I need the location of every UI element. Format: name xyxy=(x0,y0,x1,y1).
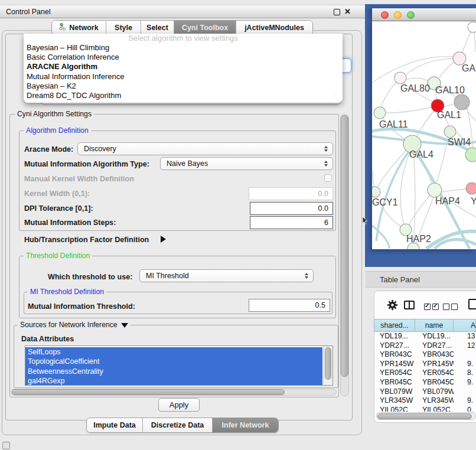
columns-icon[interactable] xyxy=(404,301,415,309)
hub-expand-icon[interactable] xyxy=(161,236,166,243)
algorithm-menu-item[interactable]: Mutual Information Inference xyxy=(24,72,343,81)
network-edge[interactable] xyxy=(406,58,459,74)
attribute-list-item[interactable]: BetweennessCentrality xyxy=(25,367,322,376)
mi-steps-field[interactable]: 6 xyxy=(250,216,333,229)
algorithm-menu-item[interactable]: Bayesian – Hill Climbing xyxy=(24,43,343,53)
table-row[interactable]: YPR145WYPR145W9. xyxy=(374,360,476,369)
gear-icon[interactable] xyxy=(387,299,398,313)
network-node-label: GAL1 xyxy=(437,110,461,120)
network-edge[interactable] xyxy=(441,189,467,192)
tab-style[interactable]: Style xyxy=(106,21,141,35)
network-node-label: GAL xyxy=(462,63,476,73)
mi-threshold-group-title: MI Threshold Definition xyxy=(28,288,106,296)
mi-threshold-field[interactable]: 0.5 xyxy=(249,299,330,312)
network-node[interactable] xyxy=(395,72,406,84)
aracne-mode-combo[interactable]: Discovery xyxy=(77,142,333,155)
collapsed-panel-icon[interactable] xyxy=(2,442,10,449)
attribute-list-item[interactable]: gal4RGexp xyxy=(25,376,322,386)
zoom-traffic-light[interactable] xyxy=(407,11,415,19)
network-node-label: GAL80 xyxy=(400,83,430,93)
apply-button-label: Apply xyxy=(169,400,189,409)
which-threshold-label: Which threshold to use: xyxy=(48,273,132,281)
table-row[interactable]: YBR043CYBR043C xyxy=(374,350,476,360)
network-icon xyxy=(59,23,69,32)
tab-label: Network xyxy=(69,24,98,32)
network-edge[interactable] xyxy=(405,78,429,81)
kernel-width-field[interactable]: 0.0 xyxy=(249,187,333,200)
table-row[interactable]: YBL079WYBL079W xyxy=(374,387,476,397)
table-header-name[interactable]: name xyxy=(415,319,454,332)
minimize-traffic-light[interactable] xyxy=(394,11,402,19)
bottom-tab-discretize-data[interactable]: Discretize Data xyxy=(142,418,212,432)
network-node[interactable] xyxy=(454,94,470,110)
table-row[interactable]: YIL052CYIL052C0. xyxy=(374,406,476,412)
network-edge[interactable] xyxy=(385,106,438,113)
aracne-mode-label: Aracne Mode: xyxy=(24,145,73,154)
network-node-label: GCY1 xyxy=(372,197,398,207)
which-threshold-value: MI Threshold xyxy=(146,272,189,280)
network-node[interactable] xyxy=(374,107,386,119)
tab-network[interactable]: Network xyxy=(52,21,106,35)
dpi-tolerance-label: DPI Tolerance [0,1]: xyxy=(24,204,93,213)
attribute-list[interactable]: SelfLoopsTopologicalCoefficientBetweenne… xyxy=(25,345,333,386)
dpi-tolerance-field[interactable]: 0.0 xyxy=(250,202,333,215)
algorithm-menu-item[interactable]: Dream8 DC_TDC Algorithm xyxy=(24,91,343,100)
combo-arrows-icon xyxy=(324,161,328,167)
network-node-label: Y xyxy=(471,196,476,206)
unselect-all-columns-icon[interactable] xyxy=(443,302,458,312)
algorithm-menu-item[interactable]: Bayesian – K2 xyxy=(24,81,343,91)
network-node[interactable] xyxy=(444,126,456,138)
network-node[interactable] xyxy=(465,148,476,162)
bottom-tab-infer-network[interactable]: Infer Network xyxy=(212,418,278,432)
close-traffic-light[interactable] xyxy=(381,11,389,19)
table-row[interactable]: YDL19...YDL19...13 xyxy=(374,332,476,341)
manual-kernel-checkbox[interactable] xyxy=(324,174,332,182)
control-panel-titlebar xyxy=(0,5,366,18)
table-header-shared-name[interactable]: shared... xyxy=(374,319,415,332)
table-row[interactable]: YLR345WYLR345W9. xyxy=(374,396,476,406)
apply-button[interactable]: Apply xyxy=(158,398,200,412)
kernel-width-label: Kernel Width (0,1): xyxy=(24,190,90,198)
page-icon[interactable] xyxy=(468,299,476,309)
table-hscrollbar-thumb[interactable] xyxy=(377,413,472,419)
close-icon[interactable]: ✕ xyxy=(344,7,351,16)
collapse-icon[interactable] xyxy=(121,323,128,328)
settings-vscrollbar-thumb[interactable] xyxy=(341,115,348,377)
mi-type-combo[interactable]: Naive Bayes xyxy=(160,157,333,170)
mi-type-label: Mutual Information Algorithm Type: xyxy=(24,160,149,168)
attribute-list-item[interactable]: SelfLoops xyxy=(25,347,322,357)
algorithm-menu-item[interactable]: ARACNE Algorithm xyxy=(24,62,343,71)
attribute-list-item[interactable]: TopologicalCoefficient xyxy=(25,357,322,366)
attribute-list-vscrollbar-thumb[interactable] xyxy=(325,347,331,380)
table-header-partial[interactable]: A xyxy=(453,319,476,332)
network-node[interactable] xyxy=(372,187,380,197)
bottom-tab-impute-data[interactable]: Impute Data xyxy=(87,418,142,432)
bottom-tabbar: Impute DataDiscretize DataInfer Network xyxy=(86,418,279,433)
aracne-mode-value: Discovery xyxy=(84,145,116,153)
table-row[interactable]: YER054CYER054C8. xyxy=(374,369,476,378)
network-node[interactable] xyxy=(428,183,442,197)
algorithm-menu-item[interactable]: Basic Correlation Inference xyxy=(24,53,343,62)
tab-jactivemnodules[interactable]: jActiveMNodules xyxy=(236,21,312,35)
combo-arrows-icon xyxy=(324,146,328,152)
network-edge-highlighted[interactable] xyxy=(372,226,390,249)
tab-label: Cyni Toolbox xyxy=(182,24,228,32)
settings-hscrollbar-thumb[interactable] xyxy=(12,389,285,395)
network-edge[interactable] xyxy=(413,149,415,244)
table-row[interactable]: YBR045CYBR045C9. xyxy=(374,378,476,387)
network-edge[interactable] xyxy=(443,103,455,107)
hub-definition-label[interactable]: Hub/Transcription Factor Definition xyxy=(24,236,149,244)
network-node[interactable] xyxy=(468,22,476,32)
network-node-label: HAP4 xyxy=(435,196,460,206)
network-node[interactable] xyxy=(466,182,476,194)
tab-select[interactable]: Select xyxy=(141,21,174,35)
table-panel-title: Table Panel xyxy=(380,275,420,284)
select-all-columns-icon[interactable] xyxy=(424,302,439,312)
table-row[interactable]: YDR27...YDR27...12 xyxy=(374,341,476,351)
cyni-algorithm-settings-title: Cyni Algorithm Settings xyxy=(15,110,94,119)
float-icon[interactable] xyxy=(334,9,340,15)
network-window-titlebar xyxy=(372,8,476,21)
network-canvas[interactable]: GAL80GAL10GAL1GAL11SWI4GAL4GCY1HAP4YHAP2… xyxy=(372,21,476,249)
which-threshold-combo[interactable]: MI Threshold xyxy=(139,269,314,282)
tab-cyni-toolbox[interactable]: Cyni Toolbox xyxy=(174,21,236,35)
